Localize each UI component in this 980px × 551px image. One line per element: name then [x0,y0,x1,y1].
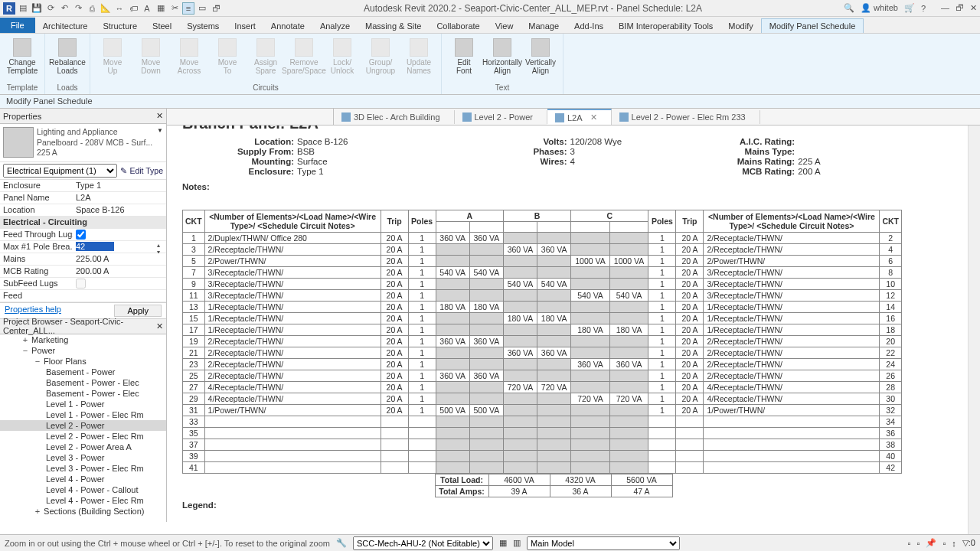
doc-tab[interactable]: 3D Elec - Arch Building [334,110,455,124]
open-icon[interactable]: ▤ [17,2,29,15]
ribbon-tab-annotate[interactable]: Annotate [263,19,312,33]
tag-icon[interactable]: 🏷 [127,2,139,15]
ribbon-tab-architecture[interactable]: Architecture [35,19,96,33]
circuit-row[interactable]: 294/Receptacle/THWN/20 A1720 VA720 VA120… [183,393,902,405]
circuit-row[interactable]: 3536 [183,428,902,439]
property-row[interactable]: LocationSpace B-126 [0,204,166,217]
ribbon-tab-analyze[interactable]: Analyze [312,19,358,33]
circuit-row[interactable]: 32/Receptacle/THWN/20 A1360 VA360 VA120 … [183,244,902,256]
sync-icon[interactable]: ⟳ [44,2,57,15]
panel-schedule-view[interactable]: Branch Panel: L2A ADK-UC-SCC-01 Location… [167,109,980,522]
property-row[interactable]: Panel NameL2A [0,192,166,204]
select-links-icon[interactable]: ▫ [908,539,911,548]
save-icon[interactable]: 💾 [31,2,43,15]
circuit-row[interactable]: 3334 [183,416,902,428]
ribbon-tab-structure[interactable]: Structure [95,19,145,33]
doc-tab[interactable]: Level 2 - Power - Elec Rm 233 [612,110,760,124]
circuit-row[interactable]: 73/Receptacle/THWN/20 A1540 VA540 VA120 … [183,267,902,279]
type-selector[interactable]: Lighting and Appliance Panelboard - 208V… [0,124,166,162]
property-row[interactable]: Max #1 Pole Brea...▴▾ [0,241,166,253]
edit-type-button[interactable]: ✎ Edit Type [120,166,163,175]
circuit-row[interactable]: 151/Receptacle/THWN/20 A1180 VA180 VA120… [183,313,902,324]
close-panel-icon[interactable]: ✕ [156,111,163,121]
circuit-row[interactable]: 52/Power/THWN/20 A11000 VA1000 VA120 A2/… [183,256,902,267]
expand-icon[interactable]: + [34,507,41,516]
dim-icon[interactable]: ↔ [113,2,126,15]
ribbon-tab-massing-site[interactable]: Massing & Site [358,19,429,33]
tree-item[interactable]: + Marketing [0,334,166,345]
view-icon[interactable]: ▦ [155,2,167,15]
tree-item[interactable]: Level 3 - Power [0,452,166,463]
property-row[interactable]: Mains225.00 A [0,253,166,266]
tree-item[interactable]: Basement - Power - Elec [0,388,166,399]
circuit-row[interactable]: 12/Duplex/THWN/ Office 28020 A1360 VA360… [183,233,902,244]
workset-icon[interactable]: 🔧 [336,538,347,548]
circuit-row[interactable]: 3940 [183,451,902,462]
cart-icon[interactable]: 🛒 [904,3,915,13]
tree-item[interactable]: Level 3 - Power - Elec Rm [0,463,166,474]
ribbon-tab-collaborate[interactable]: Collaborate [429,19,487,33]
design-option-select[interactable]: Main Model [527,536,680,550]
close-panel-icon[interactable]: ✕ [156,321,163,331]
vertical-scrollbar[interactable] [968,126,980,534]
ribbon-button[interactable]: ChangeTemplate [5,38,40,75]
expand-icon[interactable]: − [34,357,41,366]
property-row[interactable]: Feed Through Lugs [0,229,166,241]
ribbon-tab-bim-interoperability-tools[interactable]: BIM Interoperability Tools [611,19,720,33]
select-underlay-icon[interactable]: ▫ [917,539,920,548]
editable-only-icon[interactable]: ▦ [499,538,507,548]
circuit-row[interactable]: 171/Receptacle/THWN/20 A1180 VA180 VA120… [183,324,902,336]
circuit-row[interactable]: 4142 [183,462,902,474]
property-row[interactable]: MCB Rating200.00 A [0,266,166,278]
chevron-down-icon[interactable]: ▼ [157,127,163,158]
tree-item[interactable]: + Sections (Building Section) [0,506,166,517]
circuit-row[interactable]: 212/Receptacle/THWN/20 A1360 VA360 VA120… [183,347,902,359]
undo-icon[interactable]: ↶ [58,2,70,15]
tree-item[interactable]: Level 2 - Power - Elec Rm [0,431,166,442]
property-row[interactable]: Feed [0,290,166,302]
drag-elements-icon[interactable]: ↕ [952,539,956,548]
ribbon-tab-modify[interactable]: Modify [720,19,760,33]
thin-lines-icon[interactable]: ≡ [182,2,194,15]
filter-icon[interactable]: ▽:0 [962,538,975,548]
properties-filter[interactable]: Electrical Equipment (1) [3,164,117,178]
circuit-row[interactable]: 93/Receptacle/THWN/20 A1540 VA540 VA120 … [183,279,902,290]
circuit-row[interactable]: 192/Receptacle/THWN/20 A1360 VA360 VA120… [183,336,902,347]
checkbox[interactable] [76,230,86,240]
tree-item[interactable]: Level 2 - Power [0,420,166,431]
tree-item[interactable]: Level 1 - Power - Elec Rm [0,409,166,420]
text-icon[interactable]: A [141,2,153,15]
ribbon-tab-manage[interactable]: Manage [521,19,567,33]
properties-help-link[interactable]: Properties help [5,305,61,317]
tree-item[interactable]: Level 4 - Power - Elec Rm [0,495,166,506]
help-icon[interactable]: ? [921,4,926,13]
redo-icon[interactable]: ↷ [72,2,84,15]
doc-tab[interactable]: Level 2 - Power [455,110,547,124]
select-face-icon[interactable]: ▫ [942,539,946,548]
circuit-row[interactable]: 131/Receptacle/THWN/20 A1180 VA180 VA120… [183,302,902,313]
ribbon-tab-add-ins[interactable]: Add-Ins [567,19,611,33]
ribbon-tab-modify-panel-schedule[interactable]: Modify Panel Schedule [761,18,864,33]
tree-item[interactable]: Level 1 - Power [0,399,166,409]
ribbon-tab-insert[interactable]: Insert [227,19,263,33]
measure-icon[interactable]: 📐 [100,2,112,15]
close-tab-icon[interactable]: ✕ [590,112,597,122]
expand-icon[interactable]: + [21,335,29,344]
tree-item[interactable]: − Floor Plans [0,356,166,367]
circuit-table[interactable]: CKT <Number of Elements>/<Load Name>/<Wi… [182,210,902,474]
file-tab[interactable]: File [0,18,35,33]
apply-button[interactable]: Apply [114,305,162,317]
ribbon-button[interactable]: RebalanceLoads [50,38,85,75]
property-row[interactable]: SubFeed Lugs [0,278,166,290]
ribbon-tab-steel[interactable]: Steel [145,19,179,33]
tree-item[interactable]: Level 4 - Power - Callout [0,484,166,495]
close-button[interactable]: ✕ [970,3,977,13]
expand-icon[interactable]: − [21,346,29,355]
search-icon[interactable]: 🔍 [844,3,854,13]
design-options-icon[interactable]: ▥ [513,538,521,548]
circuit-row[interactable]: 311/Power/THWN/20 A1500 VA500 VA120 A1/P… [183,405,902,416]
value-input[interactable] [76,242,114,251]
workset-select[interactable]: SCC-Mech-AHU-2 (Not Editable) [353,536,493,550]
tree-item[interactable]: Level 2 - Power Area A [0,442,166,452]
user-icon[interactable]: 👤 whiteb [861,3,898,13]
